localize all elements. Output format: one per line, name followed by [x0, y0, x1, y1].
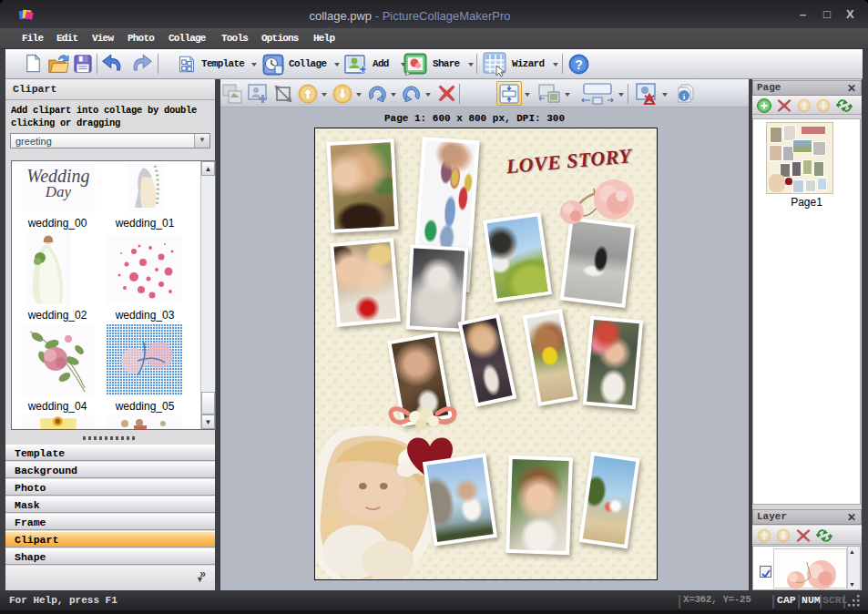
svg-text:?: ? [575, 57, 583, 72]
